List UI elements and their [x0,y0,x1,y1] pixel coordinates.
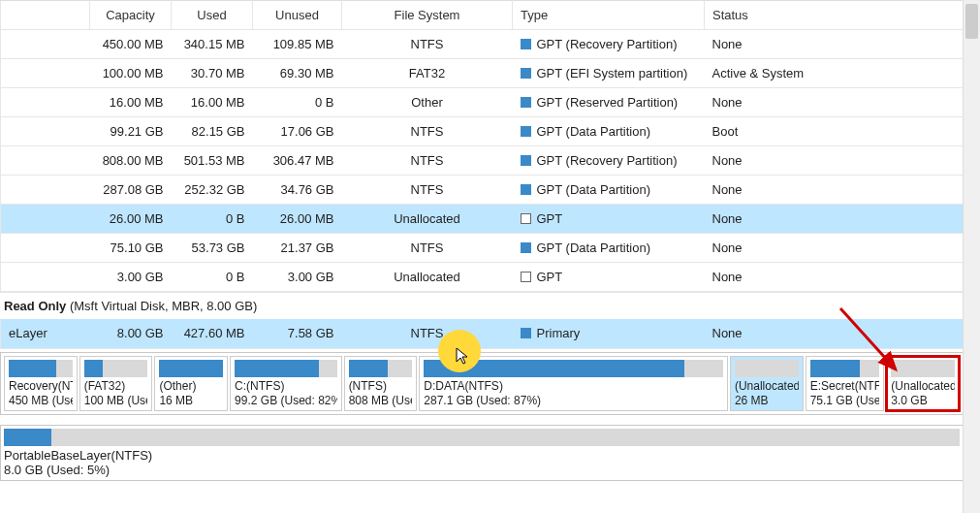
block-label: (Other) [159,379,223,394]
partition-type-icon [521,68,531,79]
disk-2-usage-fill [4,429,51,446]
partition-type-icon [521,39,531,49]
block-label: Recovery(NTFS) [9,379,73,394]
table-row[interactable]: 450.00 MB340.15 MB109.85 MBNTFSGPT (Reco… [1,30,964,59]
cell-used: 0 B [172,263,253,292]
cell-name [1,117,90,146]
cell-capacity: 26.00 MB [90,205,172,234]
disk-block[interactable]: (Unallocated)3.0 GB [886,356,960,411]
table-row[interactable]: 100.00 MB30.70 MB69.30 MBFAT32GPT (EFI S… [1,59,964,88]
partition-table-2[interactable]: eLayer8.00 GB427.60 MB7.58 GBNTFSPrimary… [0,319,964,349]
cell-fs: NTFS [342,146,513,176]
disk-block[interactable]: E:Secret(NTFS)75.1 GB (Used: [806,356,885,411]
cell-unused: 306.47 MB [253,146,342,176]
col-type[interactable]: Type [513,1,705,30]
cell-unused: 34.76 GB [253,176,342,205]
block-usage-fill [9,360,56,377]
disk-block[interactable]: (Unallocated)26 MB [730,356,804,411]
cell-fs: NTFS [342,30,513,59]
cell-type: GPT (Recovery Partition) [513,146,705,176]
table-row[interactable]: 287.08 GB252.32 GB34.76 GBNTFSGPT (Data … [1,176,964,205]
col-capacity[interactable]: Capacity [90,1,172,30]
col-unused[interactable]: Unused [253,1,342,30]
cell-status: None [705,263,964,292]
col-left[interactable] [1,1,90,30]
cell-name [1,263,90,292]
disk-2-block-label: PortableBaseLayer(NTFS) [4,448,960,463]
table-row[interactable]: 3.00 GB0 B3.00 GBUnallocatedGPTNone [1,263,964,292]
table-row[interactable]: 99.21 GB82.15 GB17.06 GBNTFSGPT (Data Pa… [1,117,964,146]
block-sublabel: 450 MB (Used [9,394,73,408]
scrollbar-thumb[interactable] [965,4,978,39]
cell-type: GPT [513,205,705,234]
cell-name [1,88,90,117]
cell-status: Active & System [705,59,964,88]
partition-type-icon [521,272,531,282]
block-sublabel: 99.2 GB (Used: 82%) [235,394,337,408]
block-label: (Unallocated) [891,379,955,394]
cell-type: GPT (Data Partition) [513,117,705,146]
cell-status: None [705,319,964,348]
cell-unused: 26.00 MB [253,205,342,234]
cell-fs: NTFS [342,319,513,348]
cell-status: None [705,88,964,117]
disk-block[interactable]: (FAT32)100 MB (Used [79,356,153,411]
table-row[interactable]: 808.00 MB501.53 MB306.47 MBNTFSGPT (Reco… [1,146,964,176]
block-usage-bar [84,360,148,377]
cell-name [1,234,90,263]
block-usage-bar [9,360,73,377]
block-usage-fill [349,360,389,377]
cell-capacity: 450.00 MB [90,30,172,59]
cell-used: 82.15 GB [172,117,253,146]
col-status[interactable]: Status [705,1,964,30]
cell-unused: 109.85 MB [253,30,342,59]
disk-map-2[interactable]: PortableBaseLayer(NTFS) 8.0 GB (Used: 5%… [0,425,964,481]
col-fs[interactable]: File System [342,1,513,30]
header-row[interactable]: Capacity Used Unused File System Type St… [1,1,964,30]
block-usage-bar [810,360,880,377]
block-usage-bar [735,360,799,377]
partition-type-icon [521,242,531,253]
disk-block[interactable]: (NTFS)808 MB (Used [344,356,418,411]
cell-status: Boot [705,117,964,146]
table-row[interactable]: 26.00 MB0 B26.00 MBUnallocatedGPTNone [1,205,964,234]
cell-used: 501.53 MB [172,146,253,176]
cell-capacity: 75.10 GB [90,234,172,263]
block-usage-fill [84,360,104,377]
cell-capacity: 808.00 MB [90,146,172,176]
cell-used: 427.60 MB [172,319,253,348]
block-label: E:Secret(NTFS) [810,379,880,394]
cell-name [1,146,90,176]
cell-type: GPT (Recovery Partition) [513,30,705,59]
cell-capacity: 3.00 GB [90,263,172,292]
cell-unused: 17.06 GB [253,117,342,146]
cell-name [1,59,90,88]
block-sublabel: 808 MB (Used [349,394,413,408]
cursor-icon [456,347,471,369]
cell-used: 0 B [172,205,253,234]
partition-type-icon [521,213,531,224]
table-row[interactable]: 75.10 GB53.73 GB21.37 GBNTFSGPT (Data Pa… [1,234,964,263]
block-label: D:DATA(NTFS) [424,379,723,394]
cell-unused: 0 B [253,88,342,117]
partition-type-icon [521,328,531,338]
partition-type-icon [521,97,531,108]
disk-map-1[interactable]: Recovery(NTFS)450 MB (Used(FAT32)100 MB … [0,352,964,415]
cell-type: GPT (Data Partition) [513,176,705,205]
table-row[interactable]: 16.00 MB16.00 MB0 BOtherGPT (Reserved Pa… [1,88,964,117]
partition-table[interactable]: Capacity Used Unused File System Type St… [0,0,964,292]
vertical-scrollbar[interactable] [963,0,980,513]
disk-block[interactable]: (Other)16 MB [154,356,228,411]
cell-used: 16.00 MB [172,88,253,117]
cell-fs: NTFS [342,234,513,263]
disk-2-desc: (Msft Virtual Disk, MBR, 8.00 GB) [66,299,257,313]
block-sublabel: 75.1 GB (Used: [810,394,880,408]
cell-used: 252.32 GB [172,176,253,205]
cell-name [1,205,90,234]
disk-block[interactable]: C:(NTFS)99.2 GB (Used: 82%) [230,356,342,411]
disk-block[interactable]: Recovery(NTFS)450 MB (Used [4,356,78,411]
cell-status: None [705,146,964,176]
table-row[interactable]: eLayer8.00 GB427.60 MB7.58 GBNTFSPrimary… [1,319,964,348]
cell-status: None [705,234,964,263]
col-used[interactable]: Used [172,1,253,30]
